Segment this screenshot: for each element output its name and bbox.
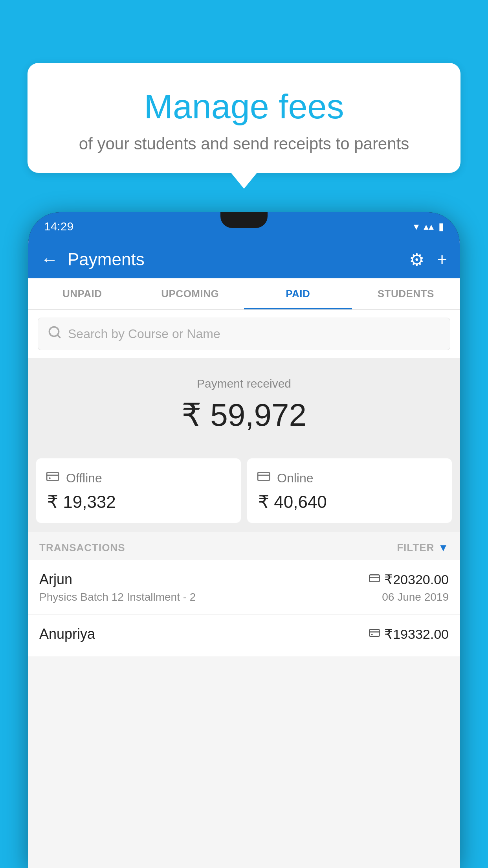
transactions-label: TRANSACTIONS [39, 542, 125, 554]
filter-icon: ▼ [438, 542, 449, 554]
app-content: ← Payments ⚙ + UNPAID UPCOMING PAID [28, 241, 460, 868]
online-card: Online ₹ 40,640 [247, 458, 452, 523]
svg-line-1 [57, 335, 60, 338]
search-icon [48, 325, 62, 343]
search-box[interactable]: Search by Course or Name [38, 318, 450, 350]
svg-rect-7 [370, 575, 380, 582]
svg-rect-2 [47, 473, 59, 481]
offline-label: Offline [66, 471, 102, 485]
payment-total-amount: ₹ 59,972 [38, 397, 450, 433]
tab-unpaid[interactable]: UNPAID [28, 278, 136, 309]
offline-card: Offline ₹ 19,332 [36, 458, 241, 523]
transaction-row-bottom: Physics Batch 12 Installment - 2 06 June… [39, 591, 449, 603]
phone-frame: 14:29 ▾ ▴▴ ▮ ← Payments ⚙ + [28, 212, 460, 868]
app-header: ← Payments ⚙ + [28, 241, 460, 278]
header-right: ⚙ + [409, 250, 447, 270]
offline-payment-icon [369, 627, 380, 642]
settings-icon[interactable]: ⚙ [409, 250, 424, 270]
page-title: Payments [68, 250, 145, 269]
online-label: Online [277, 471, 314, 485]
online-amount: ₹ 40,640 [257, 492, 442, 512]
add-icon[interactable]: + [437, 250, 447, 269]
tab-upcoming[interactable]: UPCOMING [136, 278, 244, 309]
offline-amount: ₹ 19,332 [46, 492, 231, 512]
transaction-date: 06 June 2019 [382, 591, 449, 603]
back-button[interactable]: ← [41, 250, 58, 269]
transaction-row[interactable]: Arjun ₹20320.00 Physics Batch 12 Install… [28, 560, 460, 615]
status-bar: 14:29 ▾ ▴▴ ▮ [28, 212, 460, 241]
svg-rect-9 [370, 629, 380, 636]
transaction-row-top: Arjun ₹20320.00 [39, 571, 449, 588]
payment-cards: Offline ₹ 19,332 Online [28, 449, 460, 532]
payment-summary: Payment received ₹ 59,972 [28, 358, 460, 449]
tooltip-heading: Manage fees [51, 86, 437, 127]
offline-card-header: Offline [46, 469, 231, 487]
payment-received-label: Payment received [38, 377, 450, 390]
online-icon [257, 469, 271, 487]
transaction-name: Arjun [39, 571, 72, 588]
tab-paid[interactable]: PAID [244, 278, 352, 309]
tooltip-subtext: of your students and send receipts to pa… [51, 134, 437, 153]
tabs-bar: UNPAID UPCOMING PAID STUDENTS [28, 278, 460, 310]
tooltip-card: Manage fees of your students and send re… [28, 63, 460, 173]
transaction-amount-wrapper: ₹20320.00 [369, 572, 449, 587]
transaction-row-top: Anupriya ₹19332.00 [39, 626, 449, 642]
online-payment-icon [369, 572, 380, 587]
filter-label: FILTER [397, 542, 434, 554]
battery-icon: ▮ [438, 221, 444, 233]
signal-icon: ▴▴ [424, 221, 434, 233]
transaction-name: Anupriya [39, 626, 95, 642]
search-container: Search by Course or Name [28, 310, 460, 358]
transactions-header: TRANSACTIONS FILTER ▼ [28, 532, 460, 560]
status-time: 14:29 [44, 220, 73, 233]
online-card-header: Online [257, 469, 442, 487]
transaction-amount-wrapper: ₹19332.00 [369, 626, 449, 642]
notch [220, 212, 268, 228]
tab-students[interactable]: STUDENTS [352, 278, 460, 309]
transaction-amount: ₹20320.00 [384, 572, 449, 587]
search-placeholder-text: Search by Course or Name [68, 327, 220, 341]
filter-button[interactable]: FILTER ▼ [397, 542, 449, 554]
status-icons: ▾ ▴▴ ▮ [414, 221, 444, 233]
transaction-course: Physics Batch 12 Installment - 2 [39, 591, 196, 603]
transaction-amount: ₹19332.00 [384, 626, 449, 642]
background: Manage fees of your students and send re… [0, 0, 488, 868]
offline-icon [46, 469, 60, 487]
wifi-icon: ▾ [414, 221, 419, 233]
header-left: ← Payments [41, 250, 145, 269]
svg-rect-5 [258, 473, 270, 481]
transaction-row[interactable]: Anupriya ₹19332.00 [28, 615, 460, 657]
